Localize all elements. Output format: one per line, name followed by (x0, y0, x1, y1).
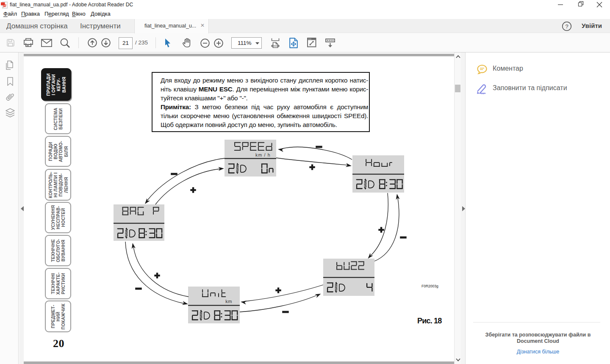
svg-text:?: ? (565, 23, 568, 30)
